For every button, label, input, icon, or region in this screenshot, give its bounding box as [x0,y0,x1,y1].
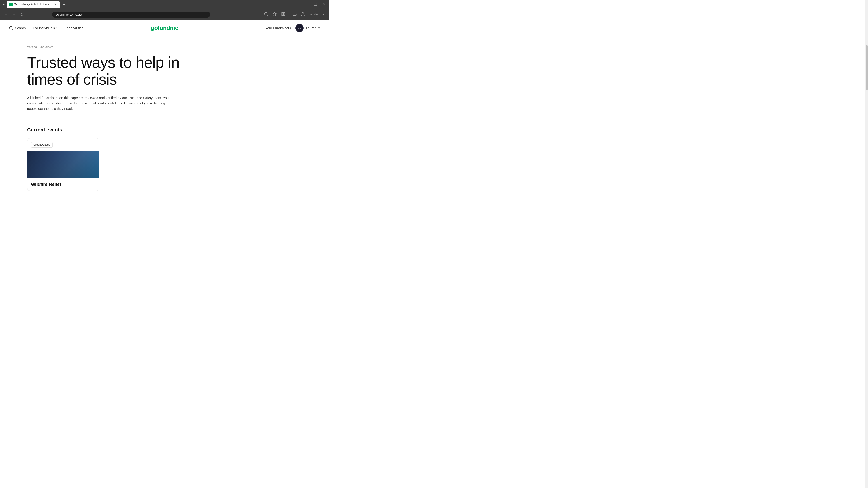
close-button[interactable]: ✕ [321,2,327,7]
extensions-icon [281,12,285,16]
browser-actions: Incognito ⋮ [263,11,327,18]
tab-dropdown-button[interactable]: ▾ [2,2,6,7]
svg-point-0 [265,12,268,15]
user-menu-button[interactable]: Lauren ▾ [306,26,320,30]
maximize-button[interactable]: ❐ [312,2,319,7]
logo-center: gofundme [151,24,178,31]
tab-title: Trusted ways to help in times... [14,3,52,6]
for-individuals-label: For Individuals [33,26,55,30]
address-bar-row: ← → ↻ [0,9,329,20]
new-tab-button[interactable]: + [61,1,67,8]
separator [27,122,302,123]
minimize-button[interactable]: — [303,2,310,7]
menu-button[interactable]: ⋮ [320,11,327,18]
your-fundraisers-button[interactable]: Your Fundraisers [266,26,291,30]
svg-point-8 [302,13,304,14]
svg-point-9 [9,26,12,29]
page-search-button[interactable] [263,11,269,18]
nav-left: Search For Individuals ▾ For charities [9,24,84,32]
hero-title: Trusted ways to help in times of crisis [27,54,199,88]
event-card-content: Wildfire Relief [27,178,99,191]
site-nav: Search For Individuals ▾ For charities g… [0,20,329,36]
forward-button[interactable]: → [11,11,17,18]
extensions-button[interactable] [280,11,286,18]
svg-rect-3 [282,12,283,13]
star-icon [273,12,277,16]
for-charities-link[interactable]: For charities [65,26,84,30]
logo-link[interactable]: gofundme [151,27,178,31]
search-icon [9,26,13,30]
image-overlay [27,151,99,178]
svg-line-1 [267,15,268,15]
browser-chrome: ▾ Trusted ways to help in times... ✕ + —… [0,0,329,20]
search-nav-button[interactable]: Search [9,24,26,32]
main-content: Verified Fundraisers Trusted ways to hel… [0,36,329,204]
download-button[interactable] [292,11,298,18]
refresh-button[interactable]: ↻ [19,11,25,18]
back-button[interactable]: ← [3,11,9,18]
event-card-image [27,151,99,178]
chevron-down-icon: ▾ [56,27,57,29]
current-events-title: Current events [27,127,302,133]
tab-favicon [9,3,13,6]
svg-line-10 [12,29,12,29]
svg-rect-5 [282,14,283,15]
svg-rect-4 [284,12,285,13]
event-card-badge: Urgent Cause [31,142,53,148]
svg-marker-2 [273,12,276,15]
for-individuals-button[interactable]: For Individuals ▾ [33,24,58,32]
incognito-icon [301,12,305,17]
trust-safety-link[interactable]: Trust and Safety team [128,96,161,100]
logo-text: gofundme [151,24,178,31]
user-chevron-icon: ▾ [318,26,320,30]
tab-close-button[interactable]: ✕ [54,3,57,6]
event-card-title: Wildfire Relief [31,182,96,187]
title-bar: ▾ Trusted ways to help in times... ✕ + —… [0,0,329,9]
event-card: Urgent Cause Wildfire Relief [27,138,99,191]
bookmark-button[interactable] [272,11,278,18]
user-name: Lauren [306,26,316,30]
hero-description: All linked fundraisers on this page are … [27,95,172,111]
hero-description-text-1: All linked fundraisers on this page are … [27,96,128,100]
search-icon [264,12,268,16]
active-tab[interactable]: Trusted ways to help in times... ✕ [7,1,60,8]
svg-rect-6 [284,14,285,15]
download-icon [293,12,297,16]
incognito-button[interactable]: Incognito [301,12,318,17]
tab-group: ▾ Trusted ways to help in times... ✕ + [2,1,301,8]
window-controls: — ❐ ✕ [303,2,327,7]
breadcrumb: Verified Fundraisers [27,45,302,48]
user-avatar[interactable]: LD [296,24,304,32]
incognito-label: Incognito [307,13,318,16]
address-input[interactable] [52,11,210,18]
page-content: Search For Individuals ▾ For charities g… [0,20,329,204]
events-grid: Urgent Cause Wildfire Relief [27,138,302,191]
nav-right: Your Fundraisers LD Lauren ▾ [266,24,320,32]
search-nav-label: Search [15,26,26,30]
